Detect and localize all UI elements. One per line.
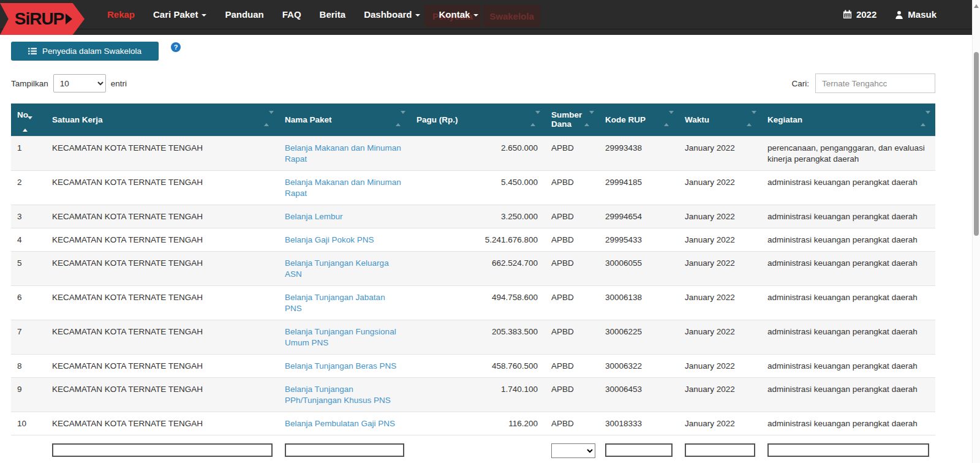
button-label: Penyedia dalam Swakelola — [42, 47, 141, 56]
table-row: 7KECAMATAN KOTA TERNATE TENGAHBelanja Tu… — [11, 320, 935, 354]
cell-sumber-dana: APBD — [545, 136, 599, 170]
paket-link[interactable]: Belanja Tunjangan Keluarga ASN — [285, 258, 389, 279]
cell-pagu: 5.241.676.800 — [410, 228, 545, 251]
cell-kegiatan: administrasi keuangan perangkat daerah — [761, 377, 935, 412]
cell-kegiatan: perencanaan, penganggaran, dan evaluasi … — [761, 136, 935, 170]
cell-nama-paket: Belanja Gaji Pokok PNS — [279, 228, 410, 251]
cell-pagu: 116.200 — [410, 412, 545, 435]
paket-link[interactable]: Belanja Lembur — [285, 212, 343, 221]
nav-item-panduan[interactable]: Panduan — [216, 9, 273, 20]
nav-item-label: Dashboard — [364, 9, 412, 20]
chevron-down-icon — [473, 14, 478, 17]
sirup-logo[interactable]: SiRUP — [0, 3, 85, 35]
main-content: Penyedia dalam Swakelola ? Tampilkan 10 … — [11, 42, 935, 463]
top-navbar: SiRUP Penyedia Swakelola RekapCari Paket… — [0, 0, 972, 35]
nav-item-dashboard[interactable]: Dashboard — [355, 9, 429, 20]
column-filter-input-waktu[interactable] — [685, 443, 755, 457]
cell-waktu: January 2022 — [679, 377, 761, 412]
search-input[interactable] — [815, 73, 935, 93]
cell-kode-rup: 29993438 — [599, 136, 679, 170]
paket-link[interactable]: Belanja Pembulatan Gaji PNS — [285, 419, 395, 428]
column-header-satuan-kerja[interactable]: Satuan Kerja — [46, 104, 279, 136]
brand-text: SiRUP — [12, 9, 64, 29]
paket-link[interactable]: Belanja Gaji Pokok PNS — [285, 235, 374, 244]
ghost-tab-swakelola: Swakelola — [483, 5, 540, 27]
entries-select[interactable]: 10 — [53, 74, 106, 92]
cell-nama-paket: Belanja Pembulatan Gaji PNS — [279, 412, 410, 435]
column-header-sumber-dana[interactable]: Sumber Dana — [545, 104, 599, 136]
cell-sumber-dana: APBD — [545, 170, 599, 205]
help-glyph: ? — [174, 43, 178, 51]
nav-item-kontak[interactable]: Kontak — [429, 9, 488, 20]
column-filter-select-sumber-dana[interactable] — [551, 443, 595, 458]
table-row: 2KECAMATAN KOTA TERNATE TENGAHBelanja Ma… — [11, 170, 935, 205]
sort-icon — [530, 114, 540, 123]
sort-icon — [664, 114, 674, 123]
sort-icon — [747, 114, 756, 123]
filter-cell — [761, 435, 935, 463]
column-header-no[interactable]: No — [11, 104, 46, 136]
cell-satuan-kerja: KECAMATAN KOTA TERNATE TENGAH — [46, 205, 279, 228]
paket-link[interactable]: Belanja Tunjangan PPh/Tunjangan Khusus P… — [285, 385, 391, 405]
paket-link[interactable]: Belanja Tunjangan Fungsional Umum PNS — [285, 327, 396, 347]
penyedia-dalam-swakelola-button[interactable]: Penyedia dalam Swakelola — [11, 42, 159, 61]
column-filter-input-nama-paket[interactable] — [285, 443, 404, 457]
column-filter-input-kegiatan[interactable] — [767, 443, 929, 457]
user-icon — [895, 10, 903, 19]
search-control: Cari: — [791, 73, 935, 93]
column-header-label: No — [17, 110, 28, 119]
paket-link[interactable]: Belanja Tunjangan Beras PNS — [285, 361, 396, 371]
column-header-kegiatan[interactable]: Kegiatan — [761, 104, 935, 136]
paket-link[interactable]: Belanja Tunjangan Jabatan PNS — [285, 293, 385, 313]
year-selector[interactable]: 2022 — [843, 9, 876, 20]
cell-pagu: 662.524.700 — [410, 251, 545, 285]
cell-waktu: January 2022 — [679, 205, 761, 228]
chevron-down-icon — [202, 14, 206, 17]
scrollbar-up-arrow-icon[interactable] — [974, 4, 979, 8]
paket-link[interactable]: Belanja Makanan dan Minuman Rapat — [285, 178, 401, 198]
filter-cell — [545, 435, 599, 463]
nav-item-faq[interactable]: FAQ — [273, 9, 311, 20]
cell-no: 3 — [11, 205, 46, 228]
cell-pagu: 1.740.100 — [410, 377, 545, 412]
cell-no: 10 — [11, 412, 46, 435]
cell-kegiatan: administrasi keuangan perangkat daerah — [761, 251, 935, 285]
navbar-right-group: 2022 Masuk — [843, 0, 937, 29]
column-filter-input-satuan-kerja[interactable] — [52, 443, 273, 457]
cell-nama-paket: Belanja Makanan dan Minuman Rapat — [279, 136, 410, 170]
column-filter-input-kode-rup[interactable] — [605, 443, 673, 457]
paket-link[interactable]: Belanja Makanan dan Minuman Rapat — [285, 143, 401, 164]
cell-kegiatan: administrasi keuangan perangkat daerah — [761, 170, 935, 205]
cell-satuan-kerja: KECAMATAN KOTA TERNATE TENGAH — [46, 228, 279, 251]
nav-item-label: Cari Paket — [153, 9, 198, 20]
rup-table: NoSatuan KerjaNama PaketPagu (Rp.)Sumber… — [11, 104, 935, 463]
column-header-pagu-rp-[interactable]: Pagu (Rp.) — [410, 104, 545, 136]
cell-sumber-dana: APBD — [545, 228, 599, 251]
help-icon[interactable]: ? — [171, 42, 181, 52]
cell-kegiatan: administrasi keuangan perangkat daerah — [761, 285, 935, 320]
page-scrollbar[interactable] — [972, 0, 980, 463]
cell-no: 8 — [11, 354, 46, 377]
nav-item-berita[interactable]: Berita — [311, 9, 355, 20]
sort-icon — [584, 114, 594, 123]
login-button[interactable]: Masuk — [895, 9, 937, 20]
table-row: 5KECAMATAN KOTA TERNATE TENGAHBelanja Tu… — [11, 251, 935, 285]
sort-icon-active — [23, 119, 32, 129]
cell-kegiatan: administrasi keuangan perangkat daerah — [761, 228, 935, 251]
cell-waktu: January 2022 — [679, 320, 761, 354]
cell-pagu: 5.450.000 — [410, 170, 545, 205]
cell-satuan-kerja: KECAMATAN KOTA TERNATE TENGAH — [46, 136, 279, 170]
column-header-nama-paket[interactable]: Nama Paket — [279, 104, 410, 136]
nav-item-cari-paket[interactable]: Cari Paket — [144, 9, 216, 20]
filter-cell — [11, 435, 46, 463]
scrollbar-thumb[interactable] — [974, 52, 979, 236]
cell-sumber-dana: APBD — [545, 320, 599, 354]
toolbar: Penyedia dalam Swakelola ? — [11, 42, 935, 61]
nav-item-rekap[interactable]: Rekap — [98, 9, 144, 20]
cell-satuan-kerja: KECAMATAN KOTA TERNATE TENGAH — [46, 285, 279, 320]
column-header-waktu[interactable]: Waktu — [679, 104, 761, 136]
table-row: 10KECAMATAN KOTA TERNATE TENGAHBelanja P… — [11, 412, 935, 435]
column-header-kode-rup[interactable]: Kode RUP — [599, 104, 679, 136]
cell-sumber-dana: APBD — [545, 412, 599, 435]
cell-kode-rup: 29994185 — [599, 170, 679, 205]
